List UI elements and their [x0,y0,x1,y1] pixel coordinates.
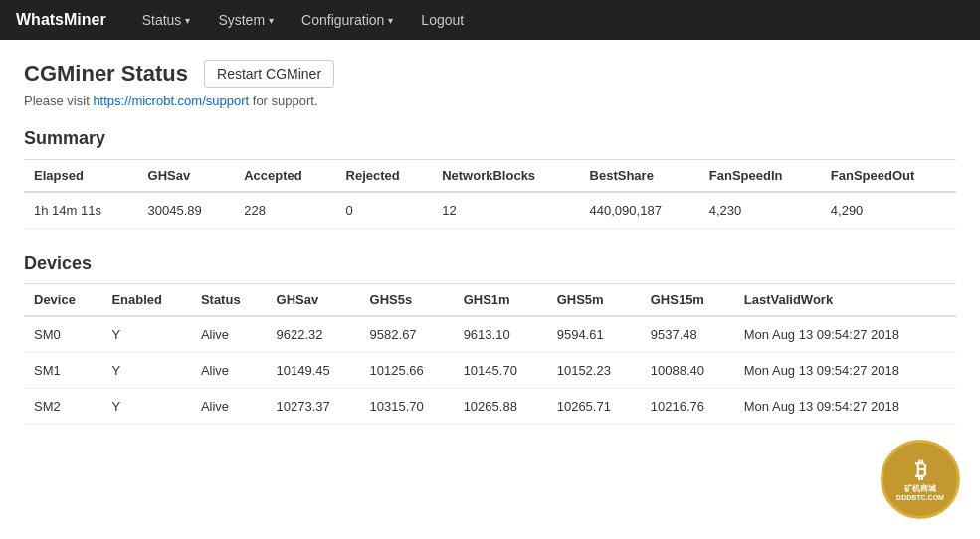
devices-table: Device Enabled Status GHSav GHS5s GHS1m … [24,283,956,425]
col-ghsav: GHSav [138,160,235,193]
col-elapsed: Elapsed [24,160,138,193]
main-content: CGMiner Status Restart CGMiner Please vi… [0,40,980,468]
devices-header-row: Device Enabled Status GHSav GHS5s GHS1m … [24,284,956,317]
col-device: Device [24,284,101,317]
brand-name: WhatsMiner [16,11,106,29]
support-link[interactable]: https://microbt.com/support [93,93,249,108]
col-last-valid-work: LastValidWork [734,284,956,317]
col-fan-speed-in: FanSpeedIn [699,160,821,193]
col-status: Status [191,284,267,317]
restart-cgminer-button[interactable]: Restart CGMiner [204,60,334,88]
col-network-blocks: NetworkBlocks [432,160,579,193]
table-row: SM1YAlive10149.4510125.6610145.7010152.2… [24,353,956,389]
table-row: 1h 14m 11s30045.89228012440,090,1874,230… [24,192,956,229]
chevron-down-icon: ▾ [185,15,190,26]
col-accepted: Accepted [234,160,335,193]
chevron-down-icon: ▾ [388,15,393,26]
col-rejected: Rejected [336,160,433,193]
nav-configuration[interactable]: Configuration ▾ [290,4,405,36]
col-ghs5s: GHS5s [360,284,454,317]
col-best-share: BestShare [580,160,699,193]
page-title-row: CGMiner Status Restart CGMiner [24,60,956,88]
table-row: SM0YAlive9622.329582.679613.109594.61953… [24,316,956,353]
col-enabled: Enabled [101,284,190,317]
devices-title: Devices [24,253,956,273]
nav-items: Status ▾ System ▾ Configuration ▾ Logout [130,4,477,36]
nav-status[interactable]: Status ▾ [130,4,203,36]
col-fan-speed-out: FanSpeedOut [821,160,956,193]
page-title: CGMiner Status [24,61,188,87]
summary-title: Summary [24,128,956,149]
col-ghsav-d: GHSav [267,284,360,317]
summary-table: Elapsed GHSav Accepted Rejected NetworkB… [24,159,956,229]
nav-system[interactable]: System ▾ [206,4,286,36]
chevron-down-icon: ▾ [269,15,274,26]
col-ghs5m: GHS5m [547,284,641,317]
nav-logout[interactable]: Logout [409,4,476,36]
col-ghs1m: GHS1m [454,284,547,317]
table-row: SM2YAlive10273.3710315.7010265.8810265.7… [24,389,956,425]
summary-header-row: Elapsed GHSav Accepted Rejected NetworkB… [24,160,956,193]
support-text: Please visit https://microbt.com/support… [24,93,956,108]
col-ghs15m: GHS15m [641,284,734,317]
navbar: WhatsMiner Status ▾ System ▾ Configurati… [0,0,980,40]
